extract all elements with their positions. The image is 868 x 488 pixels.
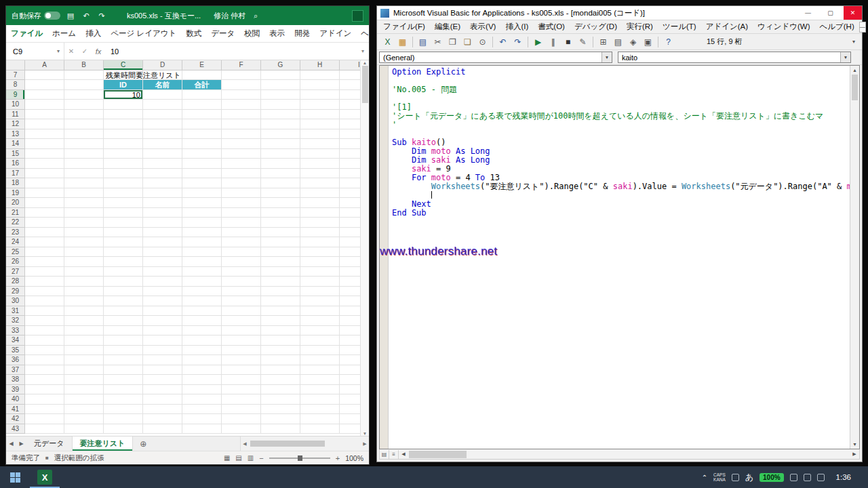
cell-A38[interactable] [25, 375, 64, 385]
code-line[interactable]: 'シート「元データ」にある表で残業時間が100時間を超えている人の情報を、シート… [392, 112, 848, 121]
cell-C32[interactable] [104, 316, 143, 326]
cell-I20[interactable] [340, 198, 360, 208]
column-header-D[interactable]: D [143, 60, 182, 70]
sheet-tab-要注意リスト[interactable]: 要注意リスト [73, 436, 134, 451]
cell-D13[interactable] [143, 129, 182, 140]
cell-E12[interactable] [182, 119, 222, 129]
code-line[interactable]: ' [392, 121, 848, 129]
cell-D37[interactable] [143, 365, 182, 375]
ribbon-tab[interactable]: ページ レイアウト [106, 28, 181, 39]
cell-E22[interactable] [182, 218, 222, 228]
cell-B36[interactable] [64, 355, 104, 365]
row-header-39[interactable]: 39 [6, 385, 25, 395]
cell-F9[interactable] [222, 90, 261, 100]
help-icon[interactable]: ? [661, 35, 675, 49]
row-header-42[interactable]: 42 [6, 414, 25, 424]
cell-F37[interactable] [222, 365, 261, 375]
scroll-up-icon[interactable]: ▲ [363, 60, 367, 65]
cell-H23[interactable] [300, 228, 340, 238]
cell-H16[interactable] [300, 159, 340, 169]
cell-G24[interactable] [261, 237, 300, 247]
row-header-8[interactable]: 8 [6, 80, 25, 90]
cell-A41[interactable] [25, 405, 64, 415]
cell-B41[interactable] [64, 405, 104, 415]
cell-C43[interactable] [104, 424, 143, 434]
cell-H32[interactable] [300, 316, 340, 326]
row-header-26[interactable]: 26 [6, 257, 25, 267]
cell-I19[interactable] [340, 188, 360, 199]
cell-A40[interactable] [25, 394, 64, 405]
cell-E30[interactable] [182, 296, 222, 306]
cell-F19[interactable] [222, 188, 261, 199]
cell-F27[interactable] [222, 267, 261, 277]
cell-H26[interactable] [300, 257, 340, 267]
cell-A14[interactable] [25, 139, 64, 149]
cell-D29[interactable] [143, 287, 182, 297]
cancel-icon[interactable]: ✕ [64, 47, 78, 55]
row-header-41[interactable]: 41 [6, 405, 25, 415]
cell-B7[interactable] [64, 70, 104, 81]
autosave-toggle-pill[interactable] [44, 12, 60, 20]
cell-H18[interactable] [300, 178, 340, 188]
vba-menu-item[interactable]: 挿入(I) [500, 22, 533, 32]
cell-G17[interactable] [261, 169, 300, 179]
cell-G12[interactable] [261, 119, 300, 129]
chevron-down-icon[interactable]: ▼ [601, 52, 612, 62]
cell-H22[interactable] [300, 218, 340, 228]
row-header-17[interactable]: 17 [6, 169, 25, 179]
ribbon-tab[interactable]: ホーム [47, 28, 81, 39]
paste-icon[interactable]: ❏ [460, 35, 475, 49]
cell-E17[interactable] [182, 169, 222, 179]
cell-I37[interactable] [340, 365, 360, 375]
cell-E26[interactable] [182, 257, 222, 267]
cell-B34[interactable] [64, 336, 104, 346]
cell-D14[interactable] [143, 139, 182, 149]
cell-B13[interactable] [64, 129, 104, 140]
cell-E18[interactable] [182, 178, 222, 188]
cell-C33[interactable] [104, 326, 143, 336]
cell-C39[interactable] [104, 385, 143, 395]
cell-B18[interactable] [64, 178, 104, 188]
tray-chevron-up-icon[interactable]: ⌃ [702, 474, 707, 481]
object-browser-icon[interactable]: ◈ [626, 35, 640, 49]
cell-I39[interactable] [340, 385, 360, 395]
cell-E42[interactable] [182, 414, 222, 424]
start-button[interactable] [0, 466, 30, 488]
cell-C29[interactable] [104, 287, 143, 297]
zoom-in-button[interactable]: + [336, 454, 340, 462]
cell-E19[interactable] [182, 188, 222, 199]
cell-E43[interactable] [182, 424, 222, 434]
cell-D24[interactable] [143, 237, 182, 247]
cell-E23[interactable] [182, 228, 222, 238]
ribbon-tab[interactable]: 挿入 [81, 28, 106, 39]
vba-menu-item[interactable]: 書式(O) [533, 22, 570, 32]
cell-I9[interactable] [340, 90, 360, 100]
cell-B21[interactable] [64, 208, 104, 218]
scrollbar-thumb[interactable] [409, 451, 467, 458]
cell-F39[interactable] [222, 385, 261, 395]
code-line[interactable]: End Sub [392, 209, 848, 218]
cell-D28[interactable] [143, 277, 182, 287]
formula-input[interactable]: 10 [105, 47, 357, 56]
cell-F33[interactable] [222, 326, 261, 336]
row-header-13[interactable]: 13 [6, 129, 25, 140]
cell-F25[interactable] [222, 247, 261, 258]
cell-H25[interactable] [300, 247, 340, 258]
cell-G21[interactable] [261, 208, 300, 218]
cell-A20[interactable] [25, 198, 64, 208]
cell-D12[interactable] [143, 119, 182, 129]
cell-I7[interactable] [340, 70, 360, 81]
cell-D15[interactable] [143, 149, 182, 159]
column-header-H[interactable]: H [300, 60, 340, 70]
cell-I23[interactable] [340, 228, 360, 238]
cell-B11[interactable] [64, 110, 104, 120]
cell-G27[interactable] [261, 267, 300, 277]
view-excel-icon[interactable]: X [380, 35, 395, 49]
vba-menu-item[interactable]: 表示(V) [465, 22, 500, 32]
run-icon[interactable]: ▶ [531, 35, 545, 49]
cell-D36[interactable] [143, 355, 182, 365]
cell-C35[interactable] [104, 346, 143, 356]
object-dropdown[interactable]: (General) ▼ [379, 52, 612, 63]
cell-G35[interactable] [261, 346, 300, 356]
cell-F41[interactable] [222, 405, 261, 415]
